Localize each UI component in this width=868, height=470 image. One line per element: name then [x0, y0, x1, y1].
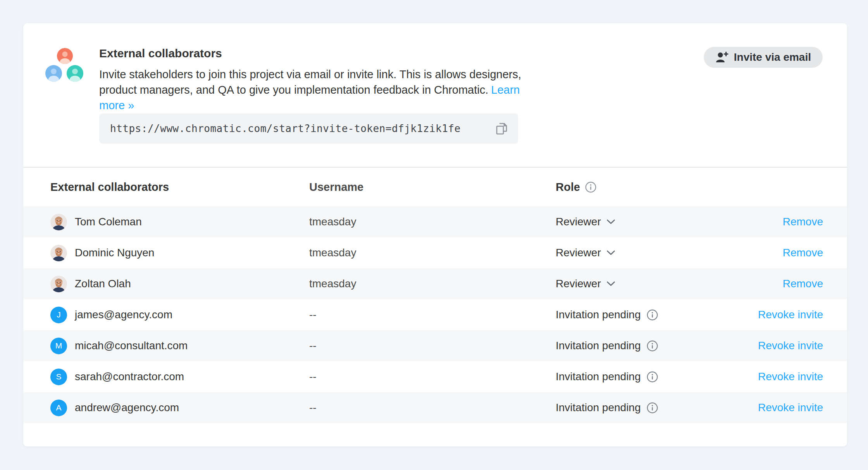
- revoke-invite-link[interactable]: Revoke invite: [758, 401, 823, 413]
- header-text: External collaborators Invite stakeholde…: [99, 46, 568, 113]
- copy-icon: [493, 120, 510, 137]
- table-row: Tom Coleman tmeasday Reviewer Remove: [23, 206, 847, 237]
- column-header-username: Username: [309, 181, 556, 194]
- username-cell: tmeasday: [309, 247, 556, 259]
- invite-link-url: https://www.chromatic.com/start?invite-t…: [110, 123, 461, 134]
- revoke-invite-link[interactable]: Revoke invite: [758, 340, 823, 352]
- collaborator-name: micah@consultant.com: [75, 340, 188, 352]
- username-cell: --: [309, 401, 556, 414]
- photo-avatar: [50, 245, 67, 261]
- table-row: Dominic Nguyen tmeasday Reviewer Remove: [23, 237, 847, 268]
- role-status: Invitation pending: [556, 340, 746, 352]
- collaborators-table: External collaborators Username Role: [23, 168, 847, 423]
- action-cell: Revoke invite: [746, 401, 823, 414]
- username-cell: tmeasday: [309, 278, 556, 290]
- revoke-invite-link[interactable]: Revoke invite: [758, 371, 823, 383]
- photo-avatar: [50, 214, 67, 230]
- role-status: Invitation pending: [556, 371, 746, 383]
- role-label: Reviewer: [556, 278, 601, 290]
- letter-avatar: J: [50, 307, 67, 323]
- role-dropdown[interactable]: Reviewer: [556, 278, 746, 290]
- invite-via-email-button[interactable]: Invite via email: [704, 47, 823, 68]
- username-cell: --: [309, 371, 556, 383]
- collaborator-name: Tom Coleman: [75, 216, 142, 228]
- pending-info-icon[interactable]: [646, 340, 658, 352]
- role-label: Invitation pending: [556, 340, 641, 352]
- collaborator-name: james@agency.com: [75, 309, 172, 321]
- action-cell: Revoke invite: [746, 309, 823, 321]
- table-header-row: External collaborators Username Role: [23, 168, 847, 206]
- role-label: Invitation pending: [556, 401, 641, 414]
- role-label: Reviewer: [556, 247, 601, 259]
- collaborator-cell: Zoltan Olah: [50, 276, 309, 292]
- table-row: S sarah@contractor.com -- Invitation pen…: [23, 361, 847, 392]
- table-row: Zoltan Olah tmeasday Reviewer Remove: [23, 268, 847, 299]
- letter-avatar: A: [50, 400, 67, 416]
- action-cell: Remove: [746, 247, 823, 259]
- role-header-label: Role: [556, 181, 580, 194]
- table-row: J james@agency.com -- Invitation pending…: [23, 299, 847, 330]
- collaborator-name: andrew@agency.com: [75, 401, 179, 414]
- collaborators-avatar-cluster-icon: [45, 48, 83, 82]
- chevron-down-icon: [606, 281, 615, 286]
- column-header-role: Role: [556, 181, 746, 194]
- role-label: Invitation pending: [556, 309, 641, 321]
- action-cell: Revoke invite: [746, 340, 823, 352]
- collaborator-name: Zoltan Olah: [75, 278, 131, 290]
- invite-button-label: Invite via email: [734, 51, 811, 63]
- collaborator-name: Dominic Nguyen: [75, 247, 154, 259]
- photo-avatar: [50, 276, 67, 292]
- collaborator-cell: M micah@consultant.com: [50, 338, 309, 354]
- remove-link[interactable]: Remove: [783, 216, 823, 228]
- collaborator-cell: A andrew@agency.com: [50, 400, 309, 416]
- remove-link[interactable]: Remove: [783, 278, 823, 290]
- table-row: M micah@consultant.com -- Invitation pen…: [23, 330, 847, 361]
- description-text: Invite stakeholders to join this project…: [99, 68, 521, 96]
- action-cell: Revoke invite: [746, 371, 823, 383]
- collaborator-cell: S sarah@contractor.com: [50, 369, 309, 385]
- section-description: Invite stakeholders to join this project…: [99, 67, 545, 113]
- remove-link[interactable]: Remove: [783, 247, 823, 259]
- role-dropdown[interactable]: Reviewer: [556, 216, 746, 228]
- column-header-external-collaborators: External collaborators: [50, 181, 309, 194]
- pending-info-icon[interactable]: [646, 371, 658, 383]
- letter-avatar: S: [50, 369, 67, 385]
- invite-link-box[interactable]: https://www.chromatic.com/start?invite-t…: [99, 113, 518, 144]
- role-info-icon[interactable]: [585, 181, 597, 193]
- collaborator-cell: J james@agency.com: [50, 307, 309, 323]
- revoke-invite-link[interactable]: Revoke invite: [758, 309, 823, 321]
- collaborator-cell: Dominic Nguyen: [50, 245, 309, 261]
- pending-info-icon[interactable]: [646, 309, 658, 321]
- collaborator-cell: Tom Coleman: [50, 214, 309, 230]
- table-body: Tom Coleman tmeasday Reviewer Remove: [23, 206, 847, 423]
- username-cell: tmeasday: [309, 216, 556, 228]
- card-header: External collaborators Invite stakeholde…: [23, 23, 847, 167]
- page-title: External collaborators: [99, 46, 568, 61]
- chevron-down-icon: [606, 250, 615, 256]
- role-label: Reviewer: [556, 216, 601, 228]
- external-collaborators-card: External collaborators Invite stakeholde…: [23, 23, 847, 446]
- role-status: Invitation pending: [556, 309, 746, 321]
- role-label: Invitation pending: [556, 371, 641, 383]
- role-dropdown[interactable]: Reviewer: [556, 247, 746, 259]
- pending-info-icon[interactable]: [646, 402, 658, 414]
- copy-link-button[interactable]: [493, 120, 510, 137]
- collaborator-name: sarah@contractor.com: [75, 371, 184, 383]
- letter-avatar: M: [50, 338, 67, 354]
- username-cell: --: [309, 340, 556, 352]
- action-cell: Remove: [746, 216, 823, 228]
- table-row: A andrew@agency.com -- Invitation pendin…: [23, 392, 847, 423]
- role-status: Invitation pending: [556, 401, 746, 414]
- chevron-down-icon: [606, 219, 615, 225]
- username-cell: --: [309, 309, 556, 321]
- action-cell: Remove: [746, 278, 823, 290]
- user-plus-icon: [715, 51, 728, 63]
